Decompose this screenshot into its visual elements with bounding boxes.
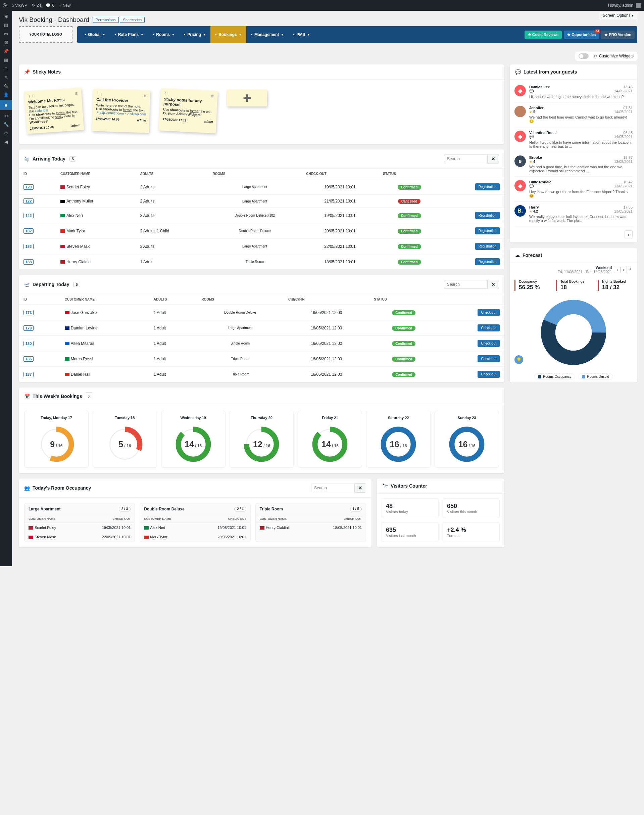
nav-pricing[interactable]: ▪ Pricing ▼ (179, 26, 210, 43)
dashboard-icon[interactable]: ◉ (3, 13, 9, 20)
drag-icon[interactable]: ⋮⋮ (164, 92, 171, 96)
pin-icon[interactable]: 📌 (3, 48, 9, 54)
occupancy-guest[interactable]: Scarlet Foley19/05/2021 10:01 (25, 523, 135, 532)
new-content[interactable]: + New (59, 3, 71, 8)
nav-rooms[interactable]: ▪ Rooms ▼ (148, 26, 179, 43)
day-card[interactable]: Wednesday 19 14 / 16 (161, 411, 225, 468)
day-card[interactable]: Thursday 20 12 / 16 (230, 411, 294, 468)
guest-message[interactable]: B. Harry★ 4.2 17:5513/05/2021 We really … (514, 202, 633, 226)
forecast-menu[interactable]: ⋮ (629, 268, 633, 272)
registration-button[interactable]: Registration (475, 183, 500, 191)
customize-widgets-button[interactable]: ⚙ Customize Widgets (575, 51, 637, 61)
guest-message[interactable]: ◈ Billie Ronale💬 18:4213/05/2021 Hey, ho… (514, 177, 633, 202)
occupancy-clear[interactable]: ✕ (355, 483, 366, 493)
day-card[interactable]: Tuesday 18 5 / 16 (93, 411, 157, 468)
nav-global[interactable]: ▪ Global ▼ (80, 26, 110, 43)
guest-message[interactable]: e Brooke★ 4 19:3713/05/2021 We had a goo… (514, 152, 633, 177)
trash-icon[interactable]: 🗑 (75, 91, 78, 95)
tools-icon[interactable]: 🔧 (3, 121, 9, 128)
occupancy-guest[interactable]: Steven Mask22/05/2021 10:01 (25, 532, 135, 542)
comments-icon[interactable]: ✉ (3, 39, 9, 46)
registration-button[interactable]: Registration (475, 243, 500, 250)
table-row[interactable]: 182 Mark Tylor 2 Adults, 1 Child Double … (19, 223, 504, 239)
calendar-icon[interactable]: ▦ (3, 57, 9, 63)
drag-icon[interactable]: ⋮⋮ (28, 94, 35, 98)
nav-btn-guest-reviews[interactable]: ★ Guest Reviews (524, 31, 562, 39)
site-name[interactable]: ⌂ VikWP (11, 3, 27, 8)
guests-more[interactable]: › (624, 231, 633, 238)
occupancy-guest[interactable]: Henry Cialdini18/05/2021 10:01 (256, 523, 366, 532)
guest-message[interactable]: ◈ Valentina Rossi💬 06:4514/05/2021 Hello… (514, 127, 633, 152)
registration-button[interactable]: Registration (475, 258, 500, 265)
legend-item[interactable]: Rooms Occupancy (534, 374, 575, 380)
table-row[interactable]: 186 Marco Rossi 1 Adult Triple Room 16/0… (19, 351, 504, 367)
occupancy-search[interactable] (311, 484, 355, 492)
logo-placeholder[interactable]: YOUR HOTEL LOGO (19, 26, 72, 43)
check-out-button[interactable]: Check-out (478, 371, 500, 378)
plugins-icon[interactable]: 🔌 (3, 83, 9, 89)
arriving-search[interactable] (444, 154, 488, 163)
check-out-button[interactable]: Check-out (478, 309, 500, 316)
wp-logo[interactable]: ⓦ (3, 3, 7, 8)
table-row[interactable]: 122 Anthony Muller 2 Adults Large Apartm… (19, 195, 504, 208)
toggle-icon[interactable] (578, 54, 589, 59)
table-row[interactable]: 176 Jose González 1 Adult Double Room De… (19, 305, 504, 320)
avatar-icon[interactable] (636, 3, 641, 8)
table-row[interactable]: 142 Alex Neri 2 Adults Double Room Delux… (19, 208, 504, 223)
check-out-button[interactable]: Check-out (478, 340, 500, 347)
users-icon[interactable]: 👤 (3, 91, 9, 98)
howdy[interactable]: Howdy, admin (608, 3, 633, 8)
departing-search[interactable] (444, 280, 488, 289)
nav-pms[interactable]: ▪ PMS ▼ (288, 26, 314, 43)
vikbooking-icon[interactable]: ■ (0, 100, 12, 110)
table-row[interactable]: 183 Steven Mask 3 Adults Large Apartment… (19, 239, 504, 254)
arriving-clear[interactable]: ✕ (488, 154, 499, 163)
sticky-note[interactable]: ⋮⋮🗑 Welcome Mr. Rossi Text can be used t… (24, 88, 84, 134)
pages-icon[interactable]: ▭ (3, 30, 9, 37)
day-card[interactable]: Sunday 23 16 / 16 (435, 411, 499, 468)
registration-button[interactable]: Registration (475, 228, 500, 234)
check-out-button[interactable]: Check-out (478, 324, 500, 331)
occupancy-guest[interactable]: Alex Neri19/05/2021 10:01 (140, 523, 250, 532)
check-out-button[interactable]: Check-out (478, 355, 500, 362)
occupancy-guest[interactable]: Mark Tylor20/05/2021 10:01 (140, 532, 250, 542)
day-card[interactable]: Friday 21 14 / 16 (297, 411, 362, 468)
share-icon[interactable]: ⫘ (3, 112, 9, 119)
table-row[interactable]: 187 Daniel Hall 1 Adult Triple Room 16/0… (19, 367, 504, 382)
trash-icon[interactable]: 🗑 (143, 94, 147, 97)
bulb-icon[interactable]: 💡 (514, 355, 523, 364)
nav-btn-opportunities[interactable]: ★ Opportunities44 (564, 31, 599, 39)
folder-icon[interactable]: 🗀 (3, 65, 9, 72)
sticky-note[interactable]: ⋮⋮🗑 Call the Provider Write here the tex… (92, 89, 150, 133)
week-next[interactable]: › (85, 392, 93, 400)
registration-button[interactable]: Registration (475, 212, 500, 219)
media-icon[interactable]: ▤ (3, 22, 9, 28)
nav-btn-pro-version[interactable]: ★ PRO Version (601, 31, 635, 39)
table-row[interactable]: 120 Scarlet Foley 2 Adults Large Apartme… (19, 179, 504, 195)
add-sticky[interactable]: ➕ (227, 90, 267, 106)
updates[interactable]: ⟳ 24 (32, 3, 41, 8)
forecast-prev[interactable]: ‹ (614, 267, 620, 273)
guest-message[interactable]: ◈ Damian Lee💬 13:4514/05/2021 Hi, should… (514, 82, 633, 102)
table-row[interactable]: 179 Damian Levine 1 Adult Large Apartmen… (19, 320, 504, 336)
guest-message[interactable]: Jennifer★ 5 07:5114/05/2021 We had the b… (514, 102, 633, 127)
day-card[interactable]: Saturday 22 16 / 16 (366, 411, 431, 468)
table-row[interactable]: 180 Altea Mitaras 1 Adult Single Room 16… (19, 336, 504, 351)
collapse-icon[interactable]: ◀ (3, 138, 9, 145)
comments[interactable]: 💬 0 (46, 3, 54, 8)
departing-clear[interactable]: ✕ (488, 280, 499, 289)
sticky-note[interactable]: ⋮⋮🗑 Sticky notes for any purpose! Use sh… (159, 88, 218, 134)
settings-icon[interactable]: ⚙ (3, 130, 9, 136)
trash-icon[interactable]: 🗑 (211, 94, 215, 98)
drag-icon[interactable]: ⋮⋮ (97, 92, 103, 96)
table-row[interactable]: 188 Henry Cialdini 1 Adult Triple Room 1… (19, 254, 504, 270)
day-card[interactable]: Today, Monday 17 9 / 16 (24, 411, 89, 468)
screen-options[interactable]: Screen Options ▾ (599, 12, 637, 19)
forecast-next[interactable]: › (621, 267, 627, 273)
permissions-button[interactable]: Permissions (93, 17, 119, 23)
nav-bookings[interactable]: ▪ Bookings ▼ (210, 26, 246, 43)
shortcodes-button[interactable]: Shortcodes (120, 17, 145, 23)
nav-rate-plans[interactable]: ▪ Rate Plans ▼ (110, 26, 148, 43)
legend-item[interactable]: Rooms Unsold (578, 374, 613, 380)
appearance-icon[interactable]: ✎ (3, 74, 9, 81)
